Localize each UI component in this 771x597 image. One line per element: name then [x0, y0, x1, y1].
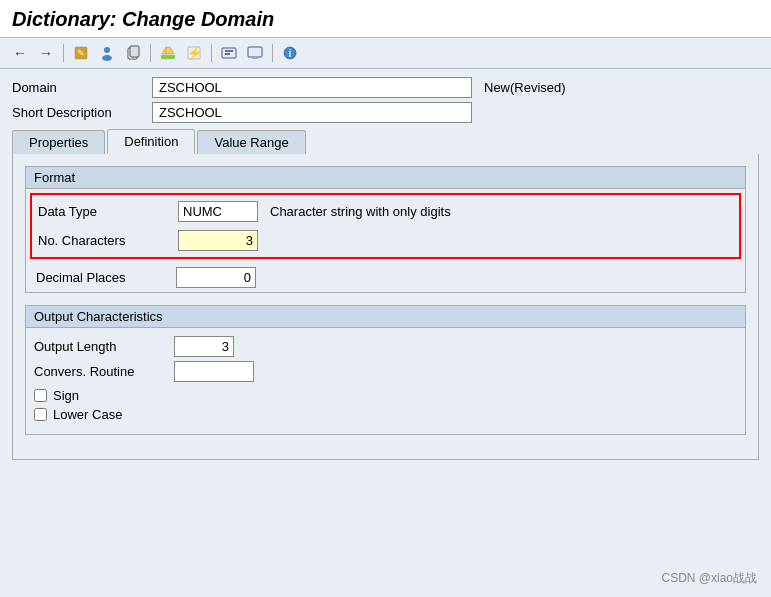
info-icon: i: [282, 45, 298, 61]
page-title: Dictionary: Change Domain: [12, 8, 759, 31]
title-bar: Dictionary: Change Domain: [0, 0, 771, 38]
convers-routine-label: Convers. Routine: [34, 364, 174, 379]
domain-label: Domain: [12, 80, 152, 95]
activate-icon: ⚡: [186, 45, 202, 61]
svg-point-2: [104, 47, 110, 53]
toolbar-separator-1: [63, 44, 64, 62]
domain-input[interactable]: [152, 77, 472, 98]
domain-row: Domain New(Revised): [12, 77, 759, 98]
svg-text:i: i: [289, 48, 292, 59]
lower-case-label: Lower Case: [53, 407, 122, 422]
whereused-button[interactable]: [217, 42, 241, 64]
output-length-label: Output Length: [34, 339, 174, 354]
activate-button[interactable]: ⚡: [182, 42, 206, 64]
data-type-row: Data Type Character string with only dig…: [34, 197, 737, 226]
svg-point-3: [102, 55, 112, 61]
no-characters-row: No. Characters: [34, 226, 737, 255]
copy-icon: [125, 45, 141, 61]
data-type-label: Data Type: [38, 204, 178, 219]
short-desc-input[interactable]: [152, 102, 472, 123]
person-button[interactable]: [95, 42, 119, 64]
decimal-places-row: Decimal Places: [26, 263, 745, 292]
svg-marker-7: [162, 47, 174, 54]
write-icon: [160, 45, 176, 61]
svg-rect-5: [130, 46, 139, 57]
data-type-description: Character string with only digits: [258, 204, 451, 219]
display-button[interactable]: [243, 42, 267, 64]
toolbar: ← → ✎ ⚡: [0, 38, 771, 69]
back-button[interactable]: ←: [8, 42, 32, 64]
person-icon: [99, 45, 115, 61]
toolbar-separator-2: [150, 44, 151, 62]
svg-rect-14: [248, 47, 262, 57]
display-icon: [247, 45, 263, 61]
format-section-header: Format: [25, 166, 746, 188]
format-highlight-box: Data Type Character string with only dig…: [30, 193, 741, 259]
tab-content-definition: Format Data Type Character string with o…: [12, 154, 759, 460]
domain-status: New(Revised): [484, 80, 566, 95]
svg-rect-15: [252, 57, 258, 59]
decimal-places-label: Decimal Places: [36, 270, 176, 285]
forward-button[interactable]: →: [34, 42, 58, 64]
write-button[interactable]: [156, 42, 180, 64]
edit-icon: ✎: [73, 45, 89, 61]
sign-row: Sign: [34, 388, 737, 403]
watermark: CSDN @xiao战战: [661, 570, 757, 587]
edit-button[interactable]: ✎: [69, 42, 93, 64]
sign-label: Sign: [53, 388, 79, 403]
no-characters-label: No. Characters: [38, 233, 178, 248]
tab-definition[interactable]: Definition: [107, 129, 195, 154]
output-section-body: Output Length Convers. Routine Sign Lowe…: [25, 327, 746, 435]
output-length-row: Output Length: [34, 336, 737, 357]
short-desc-label: Short Description: [12, 105, 152, 120]
output-section: Output Characteristics Output Length Con…: [25, 305, 746, 435]
svg-rect-6: [161, 55, 175, 59]
info-button[interactable]: i: [278, 42, 302, 64]
lower-case-checkbox[interactable]: [34, 408, 47, 421]
convers-routine-row: Convers. Routine: [34, 361, 737, 382]
svg-rect-11: [222, 48, 236, 58]
short-desc-row: Short Description: [12, 102, 759, 123]
tabs-container: Properties Definition Value Range: [12, 129, 759, 154]
tab-properties[interactable]: Properties: [12, 130, 105, 154]
data-type-input[interactable]: [178, 201, 258, 222]
format-section: Format Data Type Character string with o…: [25, 166, 746, 293]
convers-routine-input[interactable]: [174, 361, 254, 382]
svg-text:✎: ✎: [77, 48, 85, 58]
copy-button[interactable]: [121, 42, 145, 64]
no-characters-input[interactable]: [178, 230, 258, 251]
svg-text:⚡: ⚡: [187, 45, 202, 60]
sign-checkbox[interactable]: [34, 389, 47, 402]
lower-case-row: Lower Case: [34, 407, 737, 422]
toolbar-separator-3: [211, 44, 212, 62]
output-length-input[interactable]: [174, 336, 234, 357]
tab-value-range[interactable]: Value Range: [197, 130, 305, 154]
form-area: Domain New(Revised) Short Description Pr…: [0, 69, 771, 468]
output-section-header: Output Characteristics: [25, 305, 746, 327]
format-section-body: Data Type Character string with only dig…: [25, 188, 746, 293]
decimal-places-input[interactable]: [176, 267, 256, 288]
whereused-icon: [221, 45, 237, 61]
toolbar-separator-4: [272, 44, 273, 62]
